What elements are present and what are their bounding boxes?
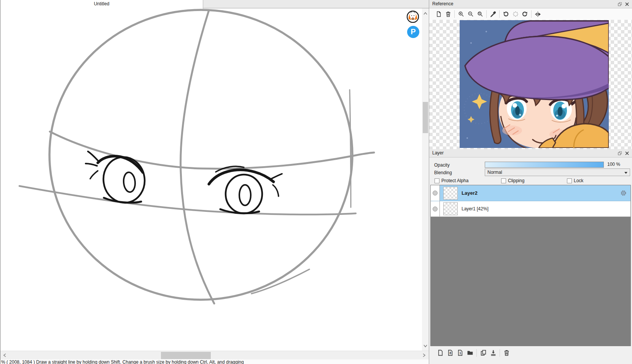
rotate-left-icon — [503, 11, 509, 17]
float-panel-icon — [618, 2, 622, 6]
canvas-horizontal-scrollbar[interactable] — [0, 351, 429, 359]
tab-bar: Untitled — [0, 0, 429, 8]
svg-text:1: 1 — [459, 351, 461, 355]
layer-thumbnail — [443, 202, 458, 215]
panel-column: Reference — [429, 0, 632, 364]
ref-eyedropper-button[interactable] — [488, 10, 498, 19]
reference-toolbar — [429, 8, 632, 20]
delete-layer-button[interactable] — [501, 349, 511, 357]
ref-zoom-in-button[interactable] — [456, 10, 466, 19]
clipping-checkbox-item: Clipping — [501, 178, 524, 183]
visibility-dot-icon — [433, 191, 438, 196]
ref-rotate-left-button[interactable] — [501, 10, 511, 19]
protect-alpha-label: Protect Alpha — [441, 178, 468, 183]
zoom-fit-icon — [477, 11, 483, 17]
toolbar-separator — [500, 349, 500, 357]
flip-horizontal-icon — [535, 11, 541, 17]
status-text: % ( 2008, 1084 ) Draw a straight line by… — [1, 359, 244, 364]
layer-thumbnail — [443, 187, 458, 200]
duplicate-icon — [480, 350, 487, 356]
reference-panel-title: Reference — [432, 1, 453, 6]
add-1bit-layer-button[interactable]: 1 — [455, 349, 465, 357]
zoom-in-icon — [458, 11, 464, 17]
trash-icon — [503, 350, 510, 356]
protect-alpha-checkbox[interactable] — [435, 178, 439, 183]
visibility-cell[interactable] — [431, 201, 440, 216]
document-icon — [436, 11, 442, 17]
protect-alpha-checkbox-item: Protect Alpha — [435, 178, 468, 183]
blending-dropdown[interactable]: Normal — [485, 168, 630, 176]
lock-checkbox[interactable] — [567, 178, 572, 183]
layer-settings-button[interactable] — [620, 190, 627, 196]
zoom-out-icon — [468, 11, 474, 17]
ref-zoom-fit-button[interactable] — [475, 10, 485, 19]
chevron-down-icon — [624, 172, 627, 174]
opacity-value: 100 % — [607, 162, 620, 167]
reference-close-button[interactable] — [624, 2, 630, 7]
vertical-scroll-thumb[interactable] — [423, 102, 428, 133]
new-1bit-layer-icon: 1 — [457, 350, 463, 356]
close-icon — [625, 2, 629, 6]
add-8bit-layer-button[interactable]: 8 — [445, 349, 455, 357]
close-icon — [625, 151, 629, 155]
toolbar-separator — [499, 10, 500, 18]
rotate-reset-spinner-icon — [513, 11, 519, 17]
duplicate-layer-button[interactable] — [478, 349, 488, 357]
layer-name: Layer2 — [462, 190, 478, 196]
canvas-sketch — [0, 8, 422, 351]
add-layer-button[interactable] — [435, 349, 445, 357]
ref-rotate-right-button[interactable] — [520, 10, 530, 19]
scroll-right-arrow-icon[interactable] — [421, 353, 427, 358]
canvas-vertical-scrollbar[interactable] — [422, 8, 429, 351]
clipping-label: Clipping — [508, 178, 524, 183]
ref-zoom-out-button[interactable] — [466, 10, 475, 19]
pixiv-button[interactable]: P — [407, 26, 419, 38]
reference-image-area[interactable] — [429, 20, 632, 149]
visibility-dot-icon — [433, 207, 438, 211]
layer-close-button[interactable] — [624, 151, 630, 156]
lock-checkbox-item: Lock — [567, 178, 583, 183]
eyedropper-icon — [490, 11, 496, 17]
toolbar-separator — [476, 349, 477, 357]
ref-rotate-reset-button[interactable] — [511, 10, 520, 19]
layer-name: Layer1 [42%] — [462, 206, 489, 211]
layer-panel-title: Layer — [432, 150, 444, 156]
float-panel-icon — [618, 151, 622, 156]
trash-icon — [445, 11, 451, 17]
new-8bit-layer-icon: 8 — [447, 350, 454, 356]
ref-clear-document-button[interactable] — [434, 10, 443, 19]
scroll-left-arrow-icon[interactable] — [2, 353, 7, 358]
add-folder-button[interactable] — [465, 349, 475, 357]
drawing-canvas[interactable] — [0, 8, 422, 351]
layer-list: Layer2 Layer1 [42%] — [430, 185, 631, 346]
app-window: Untitled — [0, 0, 632, 364]
new-layer-icon — [437, 350, 444, 356]
status-bar: % ( 2008, 1084 ) Draw a straight line by… — [0, 359, 430, 364]
visibility-cell[interactable] — [431, 185, 440, 201]
clipping-checkbox[interactable] — [501, 178, 506, 183]
merge-down-button[interactable] — [488, 349, 498, 357]
layer-row-layer2[interactable]: Layer2 — [431, 185, 630, 201]
merge-down-icon — [490, 350, 497, 356]
folder-icon — [467, 350, 473, 356]
toolbar-separator — [486, 10, 487, 18]
scroll-up-arrow-icon[interactable] — [423, 11, 428, 16]
layer-row-layer1[interactable]: Layer1 [42%] — [431, 201, 630, 217]
ref-flip-horizontal-button[interactable] — [533, 10, 543, 19]
ref-delete-button[interactable] — [443, 10, 453, 19]
opacity-slider[interactable] — [485, 162, 604, 168]
horizontal-scroll-thumb[interactable] — [161, 352, 211, 359]
tab-untitled[interactable]: Untitled — [0, 0, 203, 9]
blending-value: Normal — [487, 170, 502, 175]
rotate-right-icon — [522, 11, 528, 17]
reference-panel-titlebar: Reference — [429, 0, 632, 8]
opacity-label: Opacity — [434, 162, 450, 168]
reference-float-button[interactable] — [617, 2, 622, 7]
scroll-down-arrow-icon[interactable] — [423, 343, 428, 348]
firealpaca-mascot-icon — [407, 11, 419, 23]
layer-float-button[interactable] — [617, 151, 622, 156]
mascot-news-button[interactable] — [407, 11, 419, 23]
layer-panel-titlebar: Layer — [429, 149, 632, 157]
svg-text:8: 8 — [449, 351, 451, 355]
reference-artwork — [460, 20, 609, 148]
